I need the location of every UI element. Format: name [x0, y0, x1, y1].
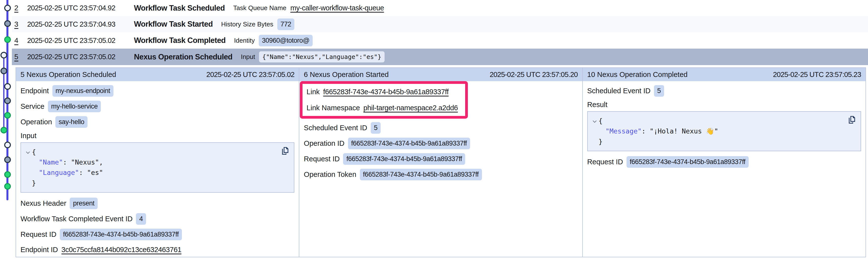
copy-icon[interactable] [847, 115, 857, 127]
endpoint-id-link[interactable]: 3c0c75ccfa8144b092c13ce632463761 [62, 246, 181, 254]
json-line: "Name": "Nexus", [26, 157, 289, 168]
json-open-brace: { [599, 117, 602, 124]
field-scheduled-event-id: Scheduled Event ID 5 [587, 85, 861, 97]
json-key: "Message" [606, 127, 642, 135]
timeline-dot-gray [4, 98, 11, 104]
field-request-id: Request ID f665283f-743e-4374-b45b-9a61a… [304, 153, 578, 165]
event-row-5-selected[interactable]: 5 2025-02-25 UTC 23:57:05.02 Nexus Opera… [12, 48, 868, 65]
event-attr-label: Identity [234, 37, 255, 44]
event-id-link[interactable]: 2 [14, 4, 27, 12]
event-history-list: 2 2025-02-25 UTC 23:57:04.92 Workflow Ta… [12, 0, 868, 65]
field-label: Nexus Header [21, 199, 66, 208]
field-label: Operation Token [304, 171, 356, 179]
identity-badge: 30960@totoro@ [259, 35, 313, 46]
timeline-dot-green [0, 127, 7, 134]
event-row-2[interactable]: 2 2025-02-25 UTC 23:57:04.92 Workflow Ta… [12, 0, 868, 16]
field-label: Endpoint [21, 87, 49, 95]
field-endpoint: Endpoint my-nexus-endpoint [21, 85, 294, 97]
link-namespace-link[interactable]: phil-target-namespace2.a2dd6 [363, 104, 458, 112]
json-value: "Nexus" [71, 158, 99, 166]
field-label: Operation ID [304, 139, 344, 148]
field-request-id: Request ID f665283f-743e-4374-b45b-9a61a… [21, 229, 294, 240]
result-section-label: Result [587, 101, 861, 109]
request-id-badge: f665283f-743e-4374-b45b-9a61a89337ff [626, 156, 749, 168]
result-json-viewer: { "Message": "¡Hola! Nexus 👋" } [587, 111, 861, 151]
timeline-dot-white [0, 52, 7, 59]
event-attr-label: Task Queue Name [233, 4, 286, 12]
event-name: Nexus Operation Scheduled [134, 52, 232, 62]
field-label: Link [307, 88, 319, 96]
wtce-id-badge: 4 [136, 213, 146, 225]
field-label: Workflow Task Completed Event ID [21, 215, 132, 223]
event-id-link[interactable]: 5 [14, 53, 27, 61]
collapse-chevron-icon[interactable] [26, 147, 32, 157]
panel-header: 10 Nexus Operation Completed 2025-02-25 … [583, 68, 866, 81]
input-section-label: Input [21, 132, 294, 140]
event-attr-label: History Size Bytes [221, 21, 273, 28]
field-label: Scheduled Event ID [304, 124, 367, 132]
event-name: Workflow Task Scheduled [134, 4, 225, 12]
scheduled-event-id-badge: 5 [371, 122, 381, 134]
operation-token-badge: f665283f-743e-4374-b45b-9a61a89337ff [360, 169, 482, 180]
link-highlight-annotation: Link f665283f-743e-4374-b45b-9a61a89337f… [300, 81, 468, 119]
nexus-header-badge: present [70, 197, 98, 209]
timeline-dot-gray [0, 68, 7, 74]
field-link-namespace: Link Namespace phil-target-namespace2.a2… [307, 103, 465, 113]
event-name: Workflow Task Started [134, 20, 213, 29]
panel-timestamp: 2025-02-25 UTC 23:57:05.20 [490, 71, 578, 79]
field-scheduled-event-id: Scheduled Event ID 5 [304, 122, 578, 134]
panel-header: 6 Nexus Operation Started 2025-02-25 UTC… [299, 68, 582, 81]
event-name: Workflow Task Completed [134, 36, 226, 45]
request-id-badge: f665283f-743e-4374-b45b-9a61a89337ff [343, 153, 465, 165]
field-link: Link f665283f-743e-4374-b45b-9a61a89337f… [307, 86, 465, 98]
field-endpoint-id: Endpoint ID 3c0c75ccfa8144b092c13ce63246… [21, 244, 294, 255]
field-request-id: Request ID f665283f-743e-4374-b45b-9a61a… [587, 156, 861, 168]
operation-id-badge: f665283f-743e-4374-b45b-9a61a89337ff [348, 138, 470, 149]
event-timestamp: 2025-02-25 UTC 23:57:05.02 [27, 53, 134, 61]
field-wtce-id: Workflow Task Completed Event ID 4 [21, 213, 294, 225]
timeline-dot-gray [4, 20, 11, 27]
task-queue-link[interactable]: my-caller-workflow-task-queue [290, 4, 384, 12]
field-label: Request ID [21, 230, 56, 238]
event-timestamp: 2025-02-25 UTC 23:57:04.93 [27, 20, 134, 28]
event-timestamp: 2025-02-25 UTC 23:57:05.02 [27, 37, 134, 45]
timeline-dot-green [4, 112, 11, 119]
service-badge: my-hello-service [48, 101, 101, 112]
field-operation-token: Operation Token f665283f-743e-4374-b45b-… [304, 169, 578, 180]
json-key: "Name" [39, 158, 63, 166]
panel-timestamp: 2025-02-25 UTC 23:57:05.02 [206, 71, 294, 79]
panel-nexus-operation-started: 6 Nexus Operation Started 2025-02-25 UTC… [299, 68, 582, 257]
panel-header: 5 Nexus Operation Scheduled 2025-02-25 U… [16, 68, 299, 81]
json-line: "Language": "es" [26, 168, 289, 178]
copy-icon[interactable] [281, 146, 290, 159]
collapse-chevron-icon[interactable] [592, 116, 599, 126]
timeline-dot-white [4, 142, 11, 148]
event-group-detail: 5 Nexus Operation Scheduled 2025-02-25 U… [16, 67, 866, 257]
timeline-branch-line [3, 55, 4, 130]
panel-title: 6 Nexus Operation Started [304, 71, 389, 79]
input-json-viewer: { "Name": "Nexus", "Language": "es" } [21, 142, 294, 193]
event-attr-label: Input [241, 53, 255, 61]
panel-timestamp: 2025-02-25 UTC 23:57:05.23 [773, 71, 861, 79]
panel-nexus-operation-completed: 10 Nexus Operation Completed 2025-02-25 … [582, 68, 866, 257]
field-label: Request ID [587, 158, 623, 166]
field-service: Service my-hello-service [21, 101, 294, 112]
event-id-link[interactable]: 4 [14, 37, 27, 45]
event-id-link[interactable]: 3 [14, 20, 27, 28]
field-operation-id: Operation ID f665283f-743e-4374-b45b-9a6… [304, 138, 578, 149]
field-label: Link Namespace [307, 104, 360, 112]
event-row-3[interactable]: 3 2025-02-25 UTC 23:57:04.93 Workflow Ta… [12, 16, 868, 32]
timeline-dot-white [4, 5, 11, 11]
history-size-badge: 772 [277, 18, 294, 30]
event-row-4[interactable]: 4 2025-02-25 UTC 23:57:05.02 Workflow Ta… [12, 32, 868, 48]
json-close-brace: } [26, 178, 289, 188]
json-close-brace: } [592, 137, 856, 147]
event-timestamp: 2025-02-25 UTC 23:57:04.92 [27, 4, 134, 12]
json-value: "es" [87, 169, 103, 176]
panel-title: 5 Nexus Operation Scheduled [21, 71, 116, 79]
timeline-dot-white [4, 83, 11, 90]
link-value-link[interactable]: f665283f-743e-4374-b45b-9a61a89337ff [323, 88, 449, 96]
timeline-dot-green [4, 183, 11, 190]
json-key: "Language" [39, 169, 79, 176]
field-operation: Operation say-hello [21, 116, 294, 128]
